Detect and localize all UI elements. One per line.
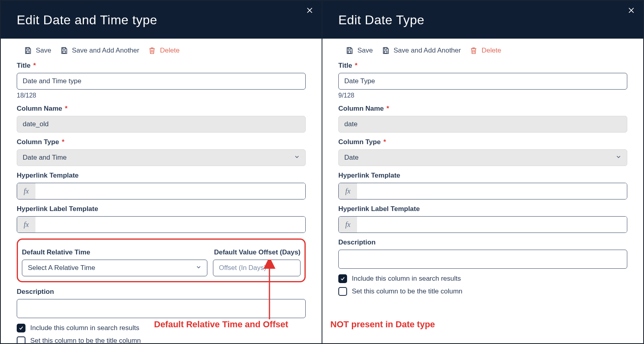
hyperlink-label-template-input[interactable] [35,217,305,233]
save-icon [382,47,390,55]
dialog-header: Edit Date Type [322,1,643,39]
default-offset-input[interactable] [213,260,301,276]
hyperlink-template-label: Hyperlink Template [338,172,627,180]
dialog-title: Edit Date and Time type [17,13,306,27]
save-icon [345,47,353,55]
default-offset-label: Default Value Offset (Days) [213,248,301,256]
svg-rect-7 [384,48,387,49]
description-label: Description [338,238,627,246]
column-name-label: Column Name * [17,105,306,113]
save-icon [24,47,32,55]
delete-button[interactable]: Delete [470,47,501,55]
title-label: Title * [17,62,306,70]
hyperlink-template-input[interactable] [357,183,627,199]
delete-button[interactable]: Delete [148,47,180,55]
svg-rect-6 [348,51,351,53]
delete-label: Delete [160,47,180,55]
column-type-value: Date [344,154,359,161]
trash-icon [148,47,156,55]
title-column-row: Set this column to be the title column [17,336,306,343]
include-in-search-checkbox[interactable] [338,274,347,283]
svg-rect-0 [27,48,29,49]
hyperlink-template-label: Hyperlink Template [17,172,306,180]
required-mark: * [386,105,389,112]
fx-icon: fx [17,217,35,233]
include-in-search-checkbox[interactable] [17,324,25,332]
column-type-select[interactable]: Date and Time [17,149,306,166]
dialog-header: Edit Date and Time type [1,1,322,39]
hyperlink-label-template-label: Hyperlink Label Template [17,205,306,213]
column-type-label: Column Type * [338,138,627,146]
annotation-highlight-box: Default Relative Time Select A Relative … [17,238,306,282]
save-label: Save [357,47,373,55]
include-in-search-row: Include this column in search results [17,324,306,332]
title-column-checkbox[interactable] [338,287,347,296]
column-type-select[interactable]: Date [338,149,627,166]
trash-icon [470,47,478,55]
action-bar: Save Save and Add Another Delete [345,47,627,55]
hyperlink-template-input[interactable] [35,183,305,199]
title-column-label: Set this column to be the title column [30,337,141,343]
save-add-button[interactable]: Save and Add Another [382,47,461,55]
hyperlink-template-field: fx [338,183,627,199]
dialog-body: Save Save and Add Another Delete Title *… [1,39,322,343]
hyperlink-template-field: fx [17,183,306,199]
svg-rect-8 [384,51,387,53]
title-column-row: Set this column to be the title column [338,287,627,296]
column-name-label: Column Name * [338,105,627,113]
svg-rect-5 [348,48,351,49]
save-label: Save [36,47,51,55]
close-icon[interactable] [305,6,314,15]
description-input[interactable] [17,299,306,318]
default-relative-time-select[interactable]: Select A Relative Time [22,260,207,276]
save-button[interactable]: Save [345,47,373,55]
close-icon[interactable] [626,6,636,15]
include-in-search-label: Include this column in search results [30,324,139,332]
fx-icon: fx [339,217,357,233]
svg-rect-1 [27,51,29,53]
action-bar: Save Save and Add Another Delete [24,47,306,55]
title-counter: 9/128 [338,92,627,99]
column-name-input [17,116,306,133]
required-mark: * [355,62,357,69]
title-input[interactable] [338,73,627,90]
default-relative-time-value: Select A Relative Time [28,264,95,272]
hyperlink-label-template-input[interactable] [357,217,627,233]
required-mark: * [383,138,386,146]
include-in-search-row: Include this column in search results [338,274,627,283]
hyperlink-label-template-field: fx [17,216,306,233]
hyperlink-label-template-label: Hyperlink Label Template [338,205,627,213]
description-label: Description [17,288,306,296]
svg-rect-2 [62,48,65,49]
save-button[interactable]: Save [24,47,51,55]
title-label: Title * [338,62,627,70]
title-input[interactable] [17,73,306,90]
delete-label: Delete [482,47,501,55]
include-in-search-label: Include this column in search results [352,275,461,283]
save-icon [60,47,68,55]
column-type-label: Column Type * [17,138,306,146]
title-counter: 18/128 [17,92,306,99]
column-type-value: Date and Time [23,154,67,161]
hyperlink-label-template-field: fx [338,216,627,233]
save-add-label: Save and Add Another [72,47,139,55]
left-panel: Edit Date and Time type Save Save and Ad… [0,0,322,344]
default-relative-time-label: Default Relative Time [22,248,207,256]
right-panel: Edit Date Type Save Save and Add Another… [322,0,644,344]
required-mark: * [62,138,64,146]
fx-icon: fx [17,183,35,199]
svg-rect-3 [62,51,65,53]
dialog-title: Edit Date Type [338,13,627,27]
save-add-label: Save and Add Another [394,47,461,55]
fx-icon: fx [339,183,357,199]
save-add-button[interactable]: Save and Add Another [60,47,139,55]
description-input[interactable] [338,250,627,269]
column-name-input [338,116,627,133]
title-column-label: Set this column to be the title column [352,287,463,295]
title-column-checkbox[interactable] [17,336,25,343]
required-mark: * [65,105,68,112]
dialog-body: Save Save and Add Another Delete Title *… [322,39,643,343]
required-mark: * [33,62,36,69]
